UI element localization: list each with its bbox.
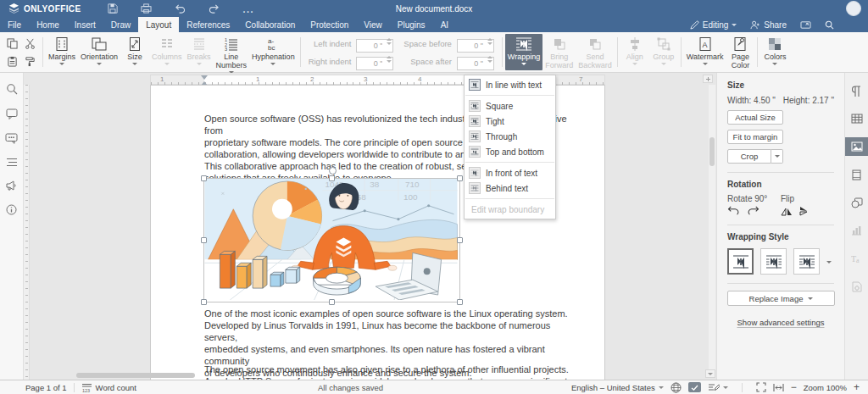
group-button[interactable]: Group [649,34,678,70]
copy-style-button[interactable] [21,53,38,69]
tab-ai[interactable]: AI [433,17,456,32]
watermark-button[interactable]: A Watermark [684,34,726,70]
tab-collaboration[interactable]: Collaboration [237,17,303,32]
menu-item-tight[interactable]: Tight [465,114,555,129]
flip-vertical-button[interactable] [799,206,810,216]
columns-button[interactable]: Columns [149,34,185,70]
page-indicator[interactable]: Page 1 of 1 [25,383,67,392]
document-language-button[interactable]: English – United States [571,383,664,392]
space-before-stepper[interactable] [457,36,494,50]
print-button[interactable] [136,1,158,16]
tab-layout[interactable]: Layout [138,17,179,32]
page-color-button[interactable]: Page Color [726,34,754,70]
align-button[interactable]: Align [620,34,649,70]
spinner-arrows-icon[interactable] [487,56,492,63]
vertical-ruler[interactable] [24,85,30,380]
fit-to-page-button[interactable] [756,382,766,392]
open-file-location-button[interactable] [795,20,816,30]
tab-protection[interactable]: Protection [303,17,356,32]
set-language-button[interactable] [670,382,682,393]
show-advanced-settings-link[interactable]: Show advanced settings [727,318,834,327]
wrap-style-square-tile[interactable] [760,248,787,275]
navigation-headings-button[interactable] [6,158,18,167]
text-art-settings-button[interactable]: Ta [845,249,868,268]
breaks-button[interactable]: Breaks [185,34,214,70]
wrapping-button[interactable]: Wrapping [505,34,542,70]
search-button[interactable] [820,20,839,30]
resize-handle-nw[interactable] [201,175,207,181]
left-indent-stepper[interactable] [356,36,393,50]
wrap-style-tight-tile[interactable] [793,248,820,275]
editing-mode-button[interactable]: Editing [685,20,743,30]
resize-handle-ne[interactable] [457,175,463,181]
comments-button[interactable] [6,108,18,119]
resize-handle-sw[interactable] [201,299,207,305]
image-settings-button[interactable] [845,137,868,156]
actual-size-button[interactable]: Actual Size [727,110,783,125]
about-button[interactable] [6,204,17,215]
spinner-arrows-icon[interactable] [387,38,392,45]
paste-button[interactable] [3,53,20,69]
selected-image[interactable]: 1045 38 710 258 100 [204,179,459,302]
crop-button[interactable]: Crop [727,149,771,164]
chat-button[interactable] [5,133,18,144]
save-button[interactable] [102,1,124,16]
colors-button[interactable]: Colors [760,34,789,70]
feedback-support-button[interactable] [5,180,18,191]
fit-to-margin-button[interactable]: Fit to margin [727,130,783,144]
table-settings-button[interactable] [845,109,868,128]
gallery-scroll-icon[interactable] [826,261,832,264]
right-indent-stepper[interactable] [356,54,393,68]
redo-button[interactable] [203,1,225,16]
track-changes-button[interactable] [708,382,728,392]
resize-handle-se[interactable] [457,299,463,305]
first-line-indent-marker[interactable] [201,75,208,80]
vertical-scrollbar-thumb[interactable] [709,137,715,166]
fit-to-width-button[interactable] [773,383,784,392]
line-numbers-button[interactable]: 123 Line Numbers [214,34,250,70]
mail-merge-settings-button[interactable] [845,277,868,296]
tab-references[interactable]: References [179,17,237,32]
tab-insert[interactable]: Insert [67,17,103,32]
user-avatar[interactable] [846,1,861,16]
find-button[interactable] [6,83,18,95]
hide-ruler-button[interactable] [703,75,713,83]
rotate-handle[interactable] [329,167,337,175]
document-canvas[interactable]: 1 1 2 3 4 5 6 7 Open source software (OS… [24,73,716,380]
hyphenation-button[interactable]: a-bc Hyphenation [249,34,298,70]
wrap-style-inline-tile[interactable] [727,248,754,275]
crop-dropdown-button[interactable] [771,149,783,164]
menu-item-through[interactable]: Through [465,129,555,144]
tab-plugins[interactable]: Plugins [390,17,433,32]
rotate-ccw-button[interactable] [727,206,739,216]
rotate-cw-button[interactable] [748,206,760,216]
resize-handle-n[interactable] [329,175,335,181]
undo-button[interactable] [170,1,192,16]
resize-handle-s[interactable] [329,299,335,305]
shape-settings-button[interactable] [845,193,868,212]
spinner-arrows-icon[interactable] [387,56,392,63]
flip-horizontal-button[interactable] [781,206,793,216]
menu-item-behind-text[interactable]: Behind text [465,180,555,196]
quick-access-more-button[interactable]: ... [237,1,259,16]
resize-handle-w[interactable] [201,237,207,243]
space-after-stepper[interactable] [457,54,494,68]
horizontal-scrollbar-thumb[interactable] [76,373,195,378]
cut-button[interactable] [21,35,38,52]
copy-button[interactable] [3,35,20,52]
zoom-level[interactable]: Zoom 100% [804,383,847,392]
paragraph-3[interactable]: The open source movement has also given … [204,363,569,380]
size-button[interactable]: Size [120,34,149,70]
vertical-scrollbar[interactable] [709,85,715,371]
replace-image-button[interactable]: Replace Image [727,291,835,306]
zoom-out-button[interactable]: − [791,381,797,393]
tab-draw[interactable]: Draw [103,17,138,32]
spell-check-button[interactable] [688,382,701,392]
send-backward-button[interactable]: Send Backward [576,34,615,70]
tab-home[interactable]: Home [29,17,67,32]
spinner-arrows-icon[interactable] [487,38,492,45]
share-button[interactable]: Share [745,20,792,30]
tab-file[interactable]: File [0,17,29,32]
scroll-down-button[interactable] [705,369,715,378]
tab-view[interactable]: View [356,17,390,32]
